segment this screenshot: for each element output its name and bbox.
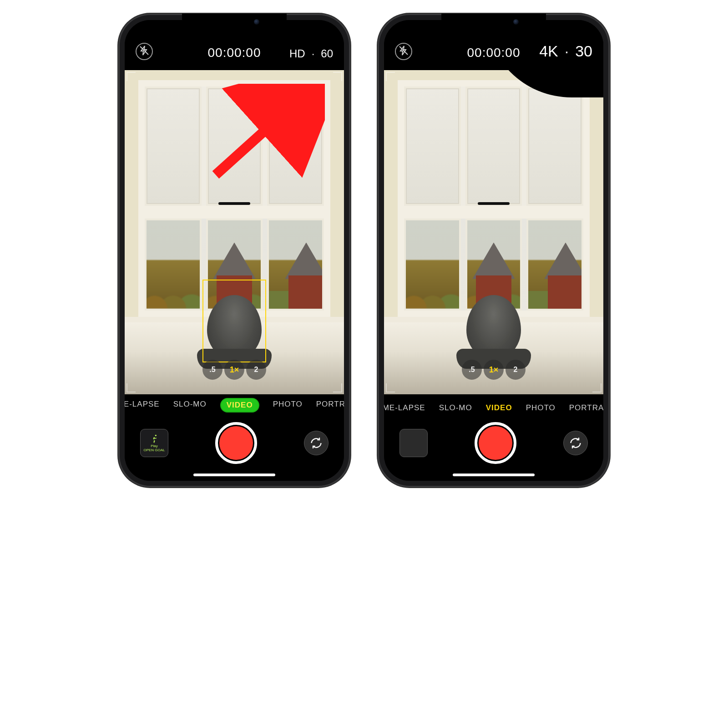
flash-off-icon (398, 45, 409, 58)
zoom-selector: .5 1× 2 (462, 360, 526, 380)
thumb-line2: OPEN GOAL (143, 448, 165, 452)
resolution-label: HD (289, 47, 305, 60)
bottom-controls: Play OPEN GOAL (125, 418, 344, 468)
crop-mark (126, 383, 136, 392)
video-format-toggle[interactable]: HD · 60 (289, 47, 333, 60)
crop-mark (592, 383, 602, 392)
mode-portrait[interactable]: PORTRAI (569, 403, 603, 413)
mode-video[interactable]: VIDEO (220, 398, 259, 413)
zoom-1x[interactable]: 1× (484, 360, 504, 380)
zoom-0_5x[interactable]: .5 (462, 360, 482, 380)
home-indicator[interactable] (193, 474, 275, 476)
flip-icon (310, 437, 323, 449)
crop-mark (126, 72, 136, 81)
format-separator: · (312, 47, 315, 60)
camera-flip-button[interactable] (304, 431, 329, 455)
recording-timer: 00:00:00 (208, 46, 261, 60)
home-indicator[interactable] (453, 474, 535, 476)
mode-strip[interactable]: IME-LAPSE SLO-MO VIDEO PHOTO PORTRAI (125, 400, 344, 413)
flash-toggle[interactable] (395, 43, 412, 60)
format-separator: · (565, 42, 569, 60)
fps-label: 30 (575, 42, 592, 60)
mode-slomo[interactable]: SLO-MO (439, 403, 472, 413)
last-capture-thumbnail[interactable] (399, 429, 428, 457)
record-indicator (219, 426, 253, 460)
notch (441, 14, 546, 29)
flip-icon (569, 437, 582, 449)
zoom-1x[interactable]: 1× (224, 360, 244, 380)
scene-preview (384, 70, 603, 394)
focus-indicator (202, 280, 266, 362)
bottom-controls (384, 418, 603, 468)
zoom-2x[interactable]: 2 (246, 360, 266, 380)
mode-video[interactable]: VIDEO (486, 403, 512, 413)
phone-left: 00:00:00 HD · 60 (118, 14, 350, 487)
camera-flip-button[interactable] (563, 431, 588, 455)
zoom-0_5x[interactable]: .5 (202, 360, 222, 380)
phone-right: .5 1× 2 00:00:00 4K · 30 (378, 14, 610, 487)
viewfinder[interactable]: .5 1× 2 (384, 70, 603, 394)
resolution-label: 4K (539, 42, 558, 60)
flash-off-icon (139, 45, 150, 58)
mode-timelapse[interactable]: IME-LAPSE (384, 403, 425, 413)
recording-timer: 00:00:00 (467, 46, 521, 60)
camera-app-screen: 00:00:00 HD · 60 (125, 20, 344, 481)
thumb-line1: Play (151, 444, 158, 448)
zoom-2x[interactable]: 2 (506, 360, 526, 380)
crop-mark (333, 383, 342, 392)
crop-mark (386, 72, 395, 81)
crop-mark (333, 72, 342, 81)
video-format-toggle[interactable]: 4K · 30 (539, 42, 592, 60)
mode-strip[interactable]: IME-LAPSE SLO-MO VIDEO PHOTO PORTRAI (384, 403, 603, 413)
flash-toggle[interactable] (136, 43, 153, 60)
mode-photo[interactable]: PHOTO (526, 403, 556, 413)
mode-timelapse[interactable]: IME-LAPSE (125, 400, 160, 413)
runner-icon (150, 434, 159, 443)
mode-slomo[interactable]: SLO-MO (173, 400, 207, 413)
svg-point-2 (155, 435, 157, 436)
fps-label: 60 (321, 47, 333, 60)
camera-app-screen: .5 1× 2 00:00:00 4K · 30 (384, 20, 603, 481)
crop-mark (386, 383, 395, 392)
record-button[interactable] (215, 422, 257, 464)
zoom-selector: .5 1× 2 (202, 360, 266, 380)
record-indicator (479, 426, 512, 460)
last-capture-thumbnail[interactable]: Play OPEN GOAL (140, 429, 168, 457)
mode-portrait[interactable]: PORTRAI (316, 400, 344, 413)
notch (182, 14, 287, 29)
record-button[interactable] (475, 422, 516, 464)
mode-photo[interactable]: PHOTO (273, 400, 303, 413)
viewfinder[interactable]: .5 1× 2 (125, 70, 344, 394)
